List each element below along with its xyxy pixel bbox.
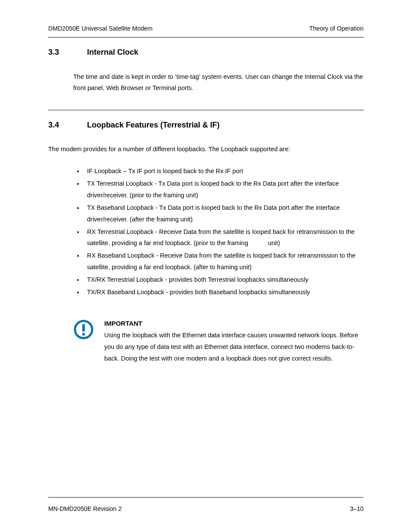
section-rule — [48, 110, 364, 110]
svg-point-2 — [82, 333, 85, 336]
section-title: Loopback Features (Terrestrial & IF) — [87, 121, 364, 130]
list-item: TX/RX Baseband Loopback - provides both … — [84, 286, 364, 298]
section-number: 3.3 — [48, 48, 87, 57]
document-page: DMD2050E Universal Satellite Modem Theor… — [0, 0, 411, 532]
list-item: RX Terrestrial Loopback - Receive Data f… — [84, 226, 364, 249]
footer-left: MN-DMD2050E Revision 2 — [48, 505, 121, 512]
important-text: IMPORTANT Using the loopback with the Et… — [95, 317, 364, 364]
important-label: IMPORTANT — [104, 317, 364, 330]
loopback-list: IF Loopback – Tx IF port is looped back … — [48, 165, 364, 299]
page-footer: MN-DMD2050E Revision 2 3–10 — [48, 505, 364, 512]
header-left: DMD2050E Universal Satellite Modem — [48, 25, 153, 32]
list-item: TX Baseband Loopback - Tx Data port is l… — [84, 202, 364, 225]
important-body: Using the loopback with the Ethernet dat… — [104, 330, 364, 364]
section-heading-3-3: 3.3 Internal Clock — [48, 48, 364, 57]
section-3-4-intro: The modem provides for a number of diffe… — [48, 143, 364, 155]
section-heading-3-4: 3.4 Loopback Features (Terrestrial & IF) — [48, 121, 364, 130]
list-item: IF Loopback – Tx IF port is looped back … — [84, 165, 364, 177]
section-3-3-paragraph: The time and date is kept in order to ‘t… — [73, 71, 364, 94]
footer-right: 3–10 — [350, 505, 364, 512]
list-item-text: RX Terrestrial Loopback - Receive Data f… — [87, 228, 355, 247]
header-right: Theory of Operation — [309, 25, 364, 32]
important-block: IMPORTANT Using the loopback with the Et… — [73, 317, 364, 364]
page-header: DMD2050E Universal Satellite Modem Theor… — [48, 25, 364, 32]
exclamation-circle-icon — [73, 317, 95, 364]
list-item: TX/RX Terrestrial Loopback - provides bo… — [84, 274, 364, 286]
header-rule — [48, 37, 364, 37]
section-title: Internal Clock — [87, 48, 364, 57]
svg-rect-1 — [82, 324, 85, 332]
list-item-tail: unit) — [268, 240, 280, 246]
list-item: RX Baseband Loopback - Receive Data from… — [84, 250, 364, 273]
footer-rule — [48, 497, 364, 498]
section-number: 3.4 — [48, 121, 87, 130]
list-item: TX Terrestrial Loopback - Tx Data port i… — [84, 178, 364, 201]
